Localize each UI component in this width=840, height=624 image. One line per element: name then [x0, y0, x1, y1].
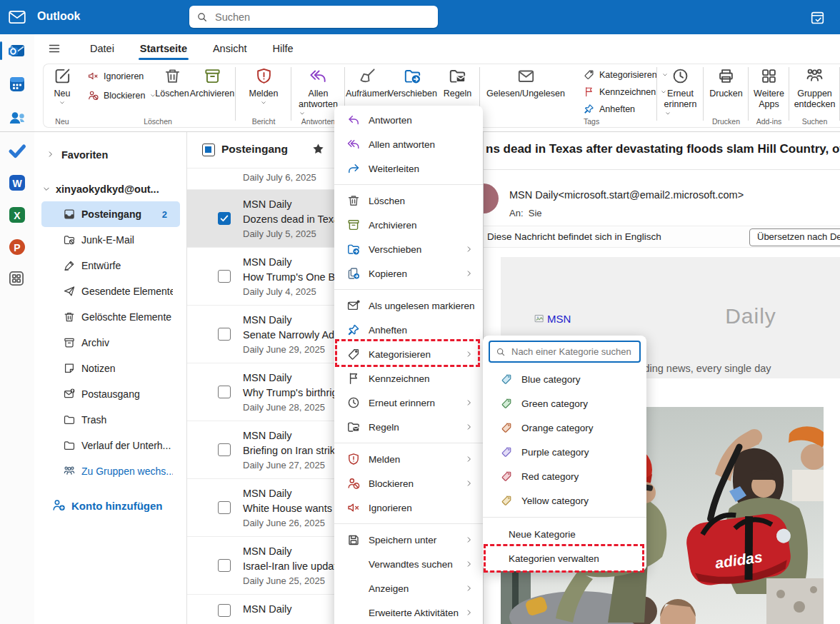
- rail-people-icon[interactable]: [7, 108, 27, 128]
- category-item-yellow-category[interactable]: Yellow category: [483, 488, 646, 513]
- filter-star-icon[interactable]: [311, 142, 325, 156]
- category-item-purple-category[interactable]: Purple category: [483, 440, 646, 464]
- chevron-right-icon: [464, 268, 474, 278]
- msn-logo-link[interactable]: MSN: [534, 313, 571, 325]
- sidebar-folder-trash[interactable]: Trash: [34, 407, 187, 433]
- person-block-icon: [346, 476, 361, 490]
- ribbon-button-löschen[interactable]: Löschen: [153, 66, 191, 99]
- category-item-blue-category[interactable]: Blue category: [483, 367, 646, 391]
- context-menu-item-kategorisieren[interactable]: Kategorisieren: [334, 342, 483, 366]
- rail-todo-icon[interactable]: [7, 141, 27, 161]
- search-bar[interactable]: [189, 6, 438, 28]
- category-item-red-category[interactable]: Red category: [483, 464, 646, 488]
- context-menu-item-kopieren[interactable]: Kopieren: [334, 261, 483, 286]
- ribbon-button-anheften[interactable]: Anheften: [583, 103, 635, 115]
- sidebar-favorites[interactable]: Favoriten: [34, 142, 187, 168]
- context-menu-item-anzeigen[interactable]: Anzeigen: [334, 576, 483, 600]
- message-checkbox[interactable]: [218, 270, 231, 283]
- context-menu-item-kennzeichnen[interactable]: Kennzeichnen: [334, 366, 483, 391]
- rail-calendar-icon[interactable]: [7, 74, 27, 94]
- category-menu-neue-kategorie[interactable]: Neue Kategorie: [483, 522, 646, 546]
- sent-icon: [63, 285, 76, 298]
- sidebar-folder-entwürfe[interactable]: Entwürfe: [34, 253, 187, 278]
- ribbon-button-neu[interactable]: Neu: [44, 66, 80, 106]
- ribbon-button-kategorisieren[interactable]: Kategorisieren: [583, 69, 669, 81]
- divider: [334, 443, 483, 443]
- ribbon-button-melden[interactable]: Melden: [236, 66, 291, 106]
- context-menu-item-verschieben[interactable]: Verschieben: [334, 237, 483, 261]
- message-checkbox[interactable]: [218, 328, 231, 341]
- rail-more-apps-icon[interactable]: [7, 269, 27, 289]
- context-menu-item-regeln[interactable]: Regeln: [334, 415, 483, 439]
- ribbon-button-archivieren[interactable]: Archivieren: [189, 66, 236, 99]
- ribbon-button-weitere-apps[interactable]: WeitereApps: [749, 66, 789, 110]
- context-menu-item-erneut-erinnern[interactable]: Erneut erinnern: [334, 391, 483, 415]
- message-checkbox[interactable]: [218, 501, 231, 514]
- app-title: Outlook: [37, 10, 80, 23]
- sidebar-account[interactable]: xinyaokydkyd@out...: [34, 176, 187, 202]
- ribbon-button-regeln[interactable]: Regeln: [435, 66, 480, 99]
- context-menu-item-antworten[interactable]: Antworten: [334, 108, 483, 132]
- message-checkbox[interactable]: [218, 443, 231, 456]
- sidebar-folder-archiv[interactable]: Archiv: [34, 330, 187, 356]
- select-all-checkbox[interactable]: [202, 144, 215, 156]
- message-checkbox[interactable]: [218, 212, 231, 225]
- chevron-right-icon: [464, 535, 474, 545]
- message-checkbox[interactable]: [218, 559, 231, 572]
- menu-tab-startseite[interactable]: Startseite: [136, 34, 191, 63]
- message-checkbox[interactable]: [218, 386, 231, 398]
- ribbon-button-blockieren[interactable]: Blockieren: [87, 89, 156, 101]
- category-item-orange-category[interactable]: Orange category: [483, 416, 646, 440]
- menu-tab-datei[interactable]: Datei: [86, 34, 119, 63]
- compose-icon: [53, 66, 72, 86]
- ribbon-button-gelesen-ungelesen[interactable]: Gelesen/Ungelesen: [480, 66, 571, 99]
- ribbon-button-drucken[interactable]: Drucken: [704, 66, 749, 99]
- category-item-green-category[interactable]: Green category: [483, 391, 646, 416]
- sidebar-folder-gesendete-elemente[interactable]: Gesendete Elemente: [34, 278, 187, 304]
- outbox-icon: [63, 388, 76, 401]
- context-menu-item-erweiterte-aktivitäten[interactable]: Erweiterte Aktivitäten: [334, 600, 483, 624]
- rail-powerpoint-icon[interactable]: P: [7, 237, 27, 257]
- add-account-button[interactable]: Konto hinzufügen: [34, 493, 187, 518]
- context-menu-item-weiterleiten[interactable]: Weiterleiten: [334, 156, 483, 181]
- sidebar-folder-gelöschte-elemente[interactable]: Gelöschte Elemente: [34, 304, 187, 330]
- ribbon-button-kennzeichnen[interactable]: Kennzeichnen: [583, 86, 667, 98]
- ribbon-button-aufräumen[interactable]: Aufräumen: [345, 66, 390, 99]
- hamburger-icon[interactable]: [47, 41, 61, 56]
- ribbon-button-ignorieren[interactable]: Ignorieren: [87, 70, 144, 82]
- context-menu-item-blockieren[interactable]: Blockieren: [334, 471, 483, 495]
- message-checkbox[interactable]: [218, 604, 231, 617]
- translate-button[interactable]: Übersetzen nach Deuts: [749, 228, 840, 246]
- context-menu-item-verwandtes-suchen[interactable]: Verwandtes suchen: [334, 552, 483, 576]
- speaker-mute-icon: [87, 70, 99, 82]
- context-menu-item-archivieren[interactable]: Archivieren: [334, 213, 483, 237]
- sidebar-folder-postausgang[interactable]: Postausgang: [34, 381, 187, 407]
- rail-outlook-icon[interactable]: [7, 41, 27, 61]
- menu-tab-ansicht[interactable]: Ansicht: [209, 34, 251, 63]
- category-menu-kategorien-verwalten[interactable]: Kategorien verwalten: [483, 546, 646, 570]
- sidebar-folder-junk-e-mail[interactable]: Junk-E-Mail: [34, 227, 187, 253]
- context-menu-item-als-ungelesen-markieren[interactable]: Als ungelesen markieren: [334, 293, 483, 318]
- context-menu-item-anheften[interactable]: Anheften: [334, 318, 483, 342]
- my-day-icon[interactable]: [809, 9, 826, 26]
- context-menu-item-melden[interactable]: Melden: [334, 447, 483, 471]
- context-menu-item-allen-antworten[interactable]: Allen antworten: [334, 132, 483, 156]
- rail-word-icon[interactable]: W: [7, 173, 27, 193]
- message-subject: Briefing on Iran strike: [243, 445, 341, 456]
- context-menu-item-löschen[interactable]: Löschen: [334, 188, 483, 213]
- rail-excel-icon[interactable]: X: [7, 205, 27, 225]
- category-search-input[interactable]: [510, 346, 639, 358]
- ribbon-group-label: Bericht: [236, 117, 291, 126]
- sidebar-folder-verlauf-der-unterh-[interactable]: Verlauf der Unterh...: [34, 433, 187, 458]
- search-input[interactable]: [214, 11, 438, 24]
- ribbon-button-gruppen-entdecken[interactable]: Gruppenentdecken: [789, 66, 840, 110]
- ribbon-button-verschieben[interactable]: Verschieben: [390, 66, 435, 99]
- ribbon-button-erneut-erinnern[interactable]: Erneuterinnern: [657, 66, 704, 117]
- category-search-box[interactable]: [489, 341, 641, 363]
- sidebar-folder-zu-gruppen-wechs-[interactable]: Zu Gruppen wechs...: [34, 458, 187, 484]
- context-menu-item-ignorieren[interactable]: Ignorieren: [334, 495, 483, 520]
- context-menu-item-speichern-unter[interactable]: Speichern unter: [334, 528, 483, 552]
- sidebar-folder-posteingang[interactable]: Posteingang2: [41, 201, 180, 227]
- sidebar-folder-notizen[interactable]: Notizen: [34, 356, 187, 381]
- menu-tab-hilfe[interactable]: Hilfe: [269, 34, 298, 63]
